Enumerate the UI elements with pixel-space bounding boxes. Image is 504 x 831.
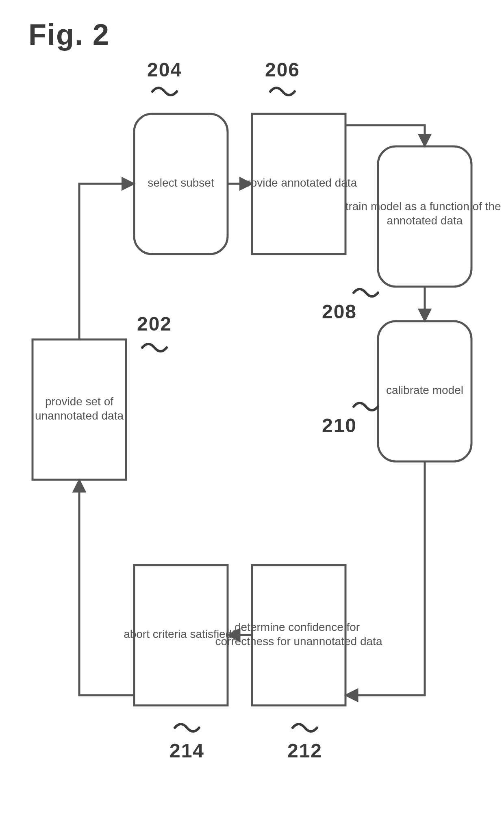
ref-202: 202 [137,313,172,351]
ref-206: 206 [265,59,300,95]
ref-210: 210 [322,403,378,436]
figure-label: Fig. 2 [28,18,110,51]
edge-210-212 [345,461,425,695]
svg-text:train model as a function of t: train model as a function of the annotat… [345,200,504,227]
svg-text:abort criteria satisfied?: abort criteria satisfied? [124,628,238,640]
svg-text:214: 214 [169,740,204,761]
svg-text:provide set ofunannotated data: provide set ofunannotated data [35,395,124,422]
node-calibrate-model: calibrate model [378,321,471,461]
node-select-subset: select subset [134,114,228,254]
node-provide-annotated: provide annotated data [241,114,357,254]
node-train-model: train model as a function of the annotat… [345,146,504,287]
node-abort-criteria: abort criteria satisfied? [124,565,238,705]
edge-202-204 [79,184,134,339]
ref-204: 204 [147,59,182,95]
svg-text:212: 212 [287,740,322,761]
svg-text:provide annotated data: provide annotated data [241,176,357,189]
ref-212: 212 [287,724,322,761]
ref-208: 208 [322,289,378,322]
ref-214: 214 [169,724,204,761]
svg-text:204: 204 [147,59,182,80]
svg-text:select subset: select subset [148,176,214,189]
svg-text:210: 210 [322,415,357,436]
svg-text:206: 206 [265,59,300,80]
svg-text:202: 202 [137,313,172,335]
node-provide-unannotated: provide set ofunannotated data [33,339,126,480]
svg-text:calibrate model: calibrate model [386,384,463,396]
svg-text:208: 208 [322,301,357,322]
edge-214-202 [79,480,134,695]
edge-206-208 [345,125,425,146]
